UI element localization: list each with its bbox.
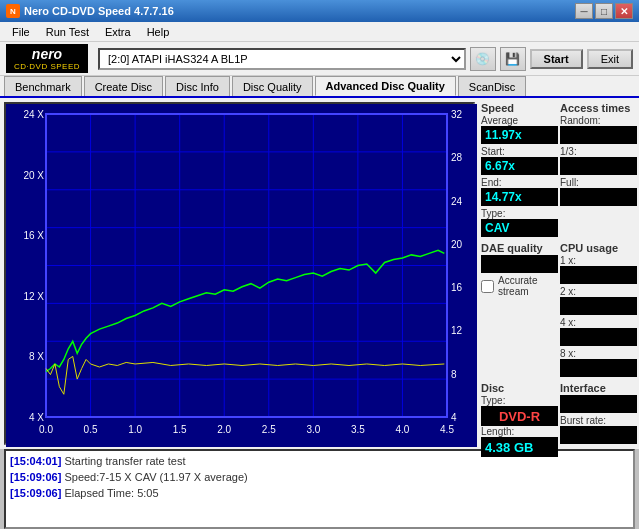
- tab-bar: Benchmark Create Disc Disc Info Disc Qua…: [0, 76, 639, 98]
- log-message-2: Elapsed Time: 5:05: [64, 487, 158, 499]
- menu-help[interactable]: Help: [139, 24, 178, 40]
- logo: nero CD·DVD SPEED: [6, 44, 88, 73]
- log-entry-2: [15:09:06] Elapsed Time: 5:05: [10, 485, 629, 501]
- title-bar-buttons: ─ □ ✕: [575, 3, 633, 19]
- tab-advanced-disc-quality[interactable]: Advanced Disc Quality: [315, 76, 456, 96]
- access-onethird-value: [560, 157, 637, 175]
- accurate-stream-checkbox[interactable]: [481, 280, 494, 293]
- speed-end-value: 14.77x: [481, 188, 558, 206]
- cpu-x4-label: 4 x:: [560, 317, 637, 328]
- save-icon-button[interactable]: 💾: [500, 47, 526, 71]
- cpu-x1-label: 1 x:: [560, 255, 637, 266]
- dae-cpu-columns: DAE quality Accurate stream CPU usage 1 …: [481, 242, 637, 379]
- main-content: Speed Average 11.97x Start: 6.67x End: 1…: [0, 98, 639, 449]
- access-column: Access times Random: 1/3: Full:: [560, 102, 637, 239]
- speed-chart: [6, 104, 477, 447]
- log-entry-1: [15:09:06] Speed:7-15 X CAV (11.97 X ave…: [10, 469, 629, 485]
- cpu-column: CPU usage 1 x: 2 x: 4 x: 8 x:: [560, 242, 637, 379]
- log-message-1: Speed:7-15 X CAV (11.97 X average): [64, 471, 247, 483]
- disc-type-value: DVD-R: [481, 406, 558, 426]
- tab-create-disc[interactable]: Create Disc: [84, 76, 163, 96]
- disc-type-label: Type:: [481, 395, 558, 406]
- menu-bar: File Run Test Extra Help: [0, 22, 639, 42]
- access-title: Access times: [560, 102, 637, 114]
- title-bar: N Nero CD-DVD Speed 4.7.7.16 ─ □ ✕: [0, 0, 639, 22]
- menu-file[interactable]: File: [4, 24, 38, 40]
- disc-length-value: 4.38 GB: [481, 437, 558, 457]
- speed-average-label: Average: [481, 115, 558, 126]
- drive-select[interactable]: [2:0] ATAPI iHAS324 A BL1P: [98, 48, 466, 70]
- dae-column: DAE quality Accurate stream: [481, 242, 558, 379]
- speed-access-columns: Speed Average 11.97x Start: 6.67x End: 1…: [481, 102, 637, 239]
- log-timestamp-2: [15:09:06]: [10, 487, 61, 499]
- burst-rate-value: [560, 426, 637, 444]
- accurate-stream-row: Accurate stream: [481, 275, 558, 297]
- tab-benchmark[interactable]: Benchmark: [4, 76, 82, 96]
- window-title: Nero CD-DVD Speed 4.7.7.16: [24, 5, 174, 17]
- cpu-x8-value: [560, 359, 637, 377]
- interface-title: Interface: [560, 382, 637, 394]
- logo-sub: CD·DVD SPEED: [14, 62, 80, 71]
- speed-title: Speed: [481, 102, 558, 114]
- disc-interface-columns: Disc Type: DVD-R Length: 4.38 GB Interfa…: [481, 382, 637, 457]
- access-full-value: [560, 188, 637, 206]
- maximize-button[interactable]: □: [595, 3, 613, 19]
- speed-average-value: 11.97x: [481, 126, 558, 144]
- tab-scan-disc[interactable]: ScanDisc: [458, 76, 526, 96]
- speed-start-value: 6.67x: [481, 157, 558, 175]
- disc-type-title: Disc: [481, 382, 558, 394]
- tab-disc-info[interactable]: Disc Info: [165, 76, 230, 96]
- access-onethird-label: 1/3:: [560, 146, 637, 157]
- app-icon: N: [6, 4, 20, 18]
- interface-column: Interface Burst rate:: [560, 382, 637, 457]
- interface-value: [560, 395, 637, 413]
- speed-start-label: Start:: [481, 146, 558, 157]
- accurate-stream-label: Accurate stream: [498, 275, 558, 297]
- log-area: [15:04:01] Starting transfer rate test […: [4, 449, 635, 529]
- dae-title: DAE quality: [481, 242, 558, 254]
- cpu-x2-label: 2 x:: [560, 286, 637, 297]
- cpu-title: CPU usage: [560, 242, 637, 254]
- burst-rate-label: Burst rate:: [560, 415, 637, 426]
- log-message-0: Starting transfer rate test: [64, 455, 185, 467]
- minimize-button[interactable]: ─: [575, 3, 593, 19]
- log-timestamp-1: [15:09:06]: [10, 471, 61, 483]
- access-random-value: [560, 126, 637, 144]
- right-panel: Speed Average 11.97x Start: 6.67x End: 1…: [479, 98, 639, 449]
- menu-run-test[interactable]: Run Test: [38, 24, 97, 40]
- title-bar-left: N Nero CD-DVD Speed 4.7.7.16: [6, 4, 174, 18]
- speed-type-label: Type:: [481, 208, 558, 219]
- access-random-label: Random:: [560, 115, 637, 126]
- exit-button[interactable]: Exit: [587, 49, 633, 69]
- cpu-x4-value: [560, 328, 637, 346]
- disc-length-label: Length:: [481, 426, 558, 437]
- access-full-label: Full:: [560, 177, 637, 188]
- start-button[interactable]: Start: [530, 49, 583, 69]
- logo-nero: nero: [32, 46, 62, 62]
- disc-icon-button[interactable]: 💿: [470, 47, 496, 71]
- chart-container: [4, 102, 475, 445]
- disc-column: Disc Type: DVD-R Length: 4.38 GB: [481, 382, 558, 457]
- speed-end-label: End:: [481, 177, 558, 188]
- cpu-x8-label: 8 x:: [560, 348, 637, 359]
- toolbar: nero CD·DVD SPEED [2:0] ATAPI iHAS324 A …: [0, 42, 639, 76]
- menu-extra[interactable]: Extra: [97, 24, 139, 40]
- cpu-x2-value: [560, 297, 637, 315]
- dae-value: [481, 255, 558, 273]
- tab-disc-quality[interactable]: Disc Quality: [232, 76, 313, 96]
- speed-type-value: CAV: [481, 219, 558, 237]
- speed-column: Speed Average 11.97x Start: 6.67x End: 1…: [481, 102, 558, 239]
- cpu-x1-value: [560, 266, 637, 284]
- log-timestamp-0: [15:04:01]: [10, 455, 61, 467]
- close-button[interactable]: ✕: [615, 3, 633, 19]
